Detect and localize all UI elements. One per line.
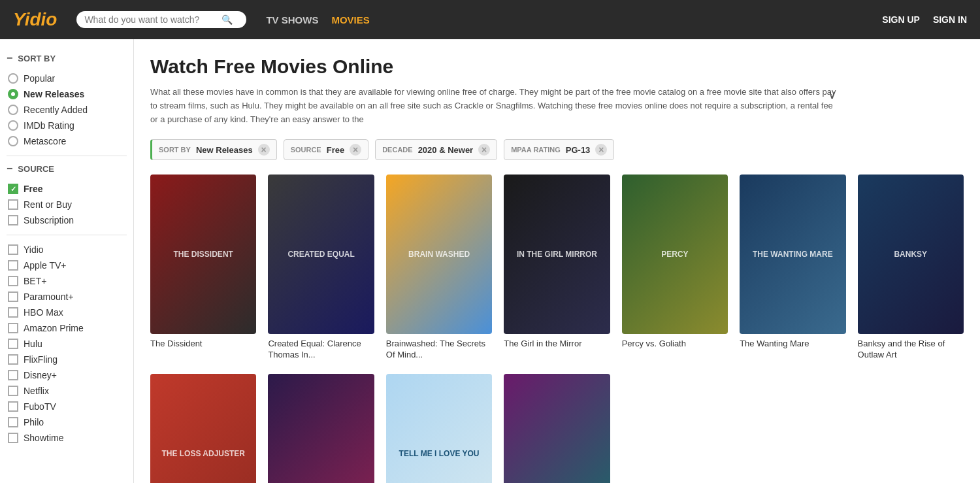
filter-chip-sort-by[interactable]: SORT BY New Releases × <box>150 139 277 160</box>
filter-sort-by-label: SORT BY <box>159 146 191 154</box>
main-nav: TV SHOWS MOVIES <box>266 14 369 25</box>
header-right: SIGN UP SIGN IN <box>882 14 967 25</box>
provider-amazon-label: Amazon Prime <box>24 323 84 333</box>
movie-title-dissident: The Dissident <box>150 339 256 350</box>
sort-new-releases-radio <box>8 89 18 99</box>
filter-decade-value: 2020 & Newer <box>418 145 474 155</box>
provider-apple-tv-label: Apple TV+ <box>24 260 67 271</box>
filter-source-clear[interactable]: × <box>350 144 361 156</box>
provider-yidio-checkbox <box>8 244 18 255</box>
filter-bar: SORT BY New Releases × SOURCE Free × DEC… <box>150 139 964 160</box>
movie-card-brainwashed[interactable]: Brain Washed Brainwashed: The Secrets Of… <box>386 175 492 360</box>
expand-description-icon[interactable]: ∨ <box>828 86 836 105</box>
source-rent-buy[interactable]: Rent or Buy <box>7 197 127 212</box>
filter-chip-mpaa[interactable]: MPAA RATING PG-13 × <box>504 139 614 160</box>
source-free[interactable]: Free <box>7 181 127 197</box>
sidebar-divider-2 <box>7 235 127 235</box>
movie-title-created: Created Equal: Clarence Thomas In... <box>268 339 374 361</box>
signin-button[interactable]: SIGN IN <box>933 14 967 25</box>
provider-hbo[interactable]: HBO Max <box>7 305 127 320</box>
provider-flixfling[interactable]: FlixFling <box>7 352 127 367</box>
filter-mpaa-clear[interactable]: × <box>595 144 607 156</box>
sort-new-releases[interactable]: New Releases <box>7 86 127 102</box>
header: Yidio 🔍 TV SHOWS MOVIES SIGN UP SIGN IN <box>0 0 980 39</box>
provider-amazon[interactable]: Amazon Prime <box>7 320 127 336</box>
source-section: − SOURCE <box>7 163 127 175</box>
search-icon: 🔍 <box>221 14 233 25</box>
sort-metascore-radio <box>8 136 18 146</box>
provider-philo[interactable]: Philo <box>7 414 127 430</box>
provider-hulu[interactable]: Hulu <box>7 336 127 352</box>
provider-apple-tv[interactable]: Apple TV+ <box>7 258 127 273</box>
filter-decade-label: DECADE <box>382 146 412 154</box>
main-content: Watch Free Movies Online What all these … <box>134 39 980 483</box>
movie-card-misc[interactable] <box>504 374 610 483</box>
movie-title-banksy: Banksy and the Rise of Outlaw Art <box>858 339 964 361</box>
provider-bet[interactable]: BET+ <box>7 273 127 289</box>
sort-popular[interactable]: Popular <box>7 71 127 86</box>
sort-recently-added[interactable]: Recently Added <box>7 102 127 118</box>
movie-title-girl-mirror: The Girl in the Mirror <box>504 339 610 350</box>
provider-fubotv-label: FuboTV <box>24 401 56 412</box>
logo: Yidio <box>13 9 57 30</box>
sort-popular-radio <box>8 73 18 84</box>
filter-decade-clear[interactable]: × <box>478 144 490 156</box>
provider-netflix[interactable]: Netflix <box>7 383 127 399</box>
sidebar: − SORT BY Popular New Releases Recently … <box>0 39 134 483</box>
provider-bet-label: BET+ <box>24 276 46 286</box>
movie-card-girl-mirror[interactable]: In the Girl Mirror The Girl in the Mirro… <box>504 175 610 360</box>
movie-poster-girl: In the Girl Mirror <box>504 175 610 334</box>
source-collapse[interactable]: − <box>7 163 12 175</box>
movie-card-tell[interactable] <box>268 374 374 483</box>
provider-fubotv[interactable]: FuboTV <box>7 399 127 414</box>
provider-flixfling-label: FlixFling <box>24 354 57 365</box>
sort-new-releases-label: New Releases <box>24 89 84 99</box>
movie-poster-misc <box>504 374 610 483</box>
sort-by-collapse[interactable]: − <box>7 52 12 64</box>
source-label: SOURCE <box>18 164 54 174</box>
source-rent-buy-label: Rent or Buy <box>24 199 72 210</box>
provider-disney[interactable]: Disney+ <box>7 367 127 383</box>
provider-amazon-checkbox <box>8 323 18 333</box>
movie-card-loss[interactable]: THE LOSS ADJUSTER The Loss Adjuster <box>150 374 256 483</box>
filter-sort-by-value: New Releases <box>196 145 253 155</box>
source-subscription[interactable]: Subscription <box>7 212 127 228</box>
sort-recently-added-radio <box>8 105 18 115</box>
movie-title-wanting: The Wanting Mare <box>740 339 845 350</box>
provider-hulu-label: Hulu <box>24 339 42 349</box>
movie-card-tellme[interactable]: Tell Me I Love You Tell Me I Love You <box>386 374 492 483</box>
provider-yidio[interactable]: Yidio <box>7 242 127 258</box>
provider-showtime-label: Showtime <box>24 433 63 443</box>
provider-disney-label: Disney+ <box>24 370 57 380</box>
movie-card-dissident[interactable]: THE DISSIDENT The Dissident <box>150 175 256 360</box>
provider-showtime[interactable]: Showtime <box>7 430 127 446</box>
nav-tv-shows[interactable]: TV SHOWS <box>266 14 318 25</box>
source-subscription-checkbox <box>8 215 18 225</box>
movie-poster-created: Created Equal <box>268 175 374 334</box>
source-free-label: Free <box>24 184 43 194</box>
search-bar[interactable]: 🔍 <box>76 11 246 28</box>
provider-netflix-checkbox <box>8 386 18 396</box>
filter-chip-source[interactable]: SOURCE Free × <box>284 139 369 160</box>
movie-card-created[interactable]: Created Equal Created Equal: Clarence Th… <box>268 175 374 360</box>
nav-movies[interactable]: MOVIES <box>331 14 369 25</box>
sort-imdb-label: IMDb Rating <box>24 120 74 131</box>
sort-imdb[interactable]: IMDb Rating <box>7 118 127 133</box>
source-rent-buy-checkbox <box>8 199 18 210</box>
sort-by-label: SORT BY <box>18 54 56 63</box>
filter-chip-decade[interactable]: DECADE 2020 & Newer × <box>375 139 497 160</box>
sort-metascore[interactable]: Metascore <box>7 133 127 149</box>
provider-paramount-checkbox <box>8 291 18 302</box>
filter-source-value: Free <box>327 145 344 155</box>
provider-fubotv-checkbox <box>8 401 18 412</box>
filter-sort-by-clear[interactable]: × <box>258 144 270 156</box>
search-input[interactable] <box>84 14 221 25</box>
movie-card-percy[interactable]: PERCY Percy vs. Goliath <box>622 175 728 360</box>
movie-poster-wanting: The Wanting Mare <box>740 175 845 334</box>
signup-button[interactable]: SIGN UP <box>882 14 920 25</box>
movie-card-wanting[interactable]: The Wanting Mare The Wanting Mare <box>740 175 845 360</box>
sort-popular-label: Popular <box>24 73 55 84</box>
provider-paramount[interactable]: Paramount+ <box>7 289 127 305</box>
provider-netflix-label: Netflix <box>24 386 49 396</box>
movie-card-banksy[interactable]: BANKSY Banksy and the Rise of Outlaw Art <box>858 175 964 360</box>
